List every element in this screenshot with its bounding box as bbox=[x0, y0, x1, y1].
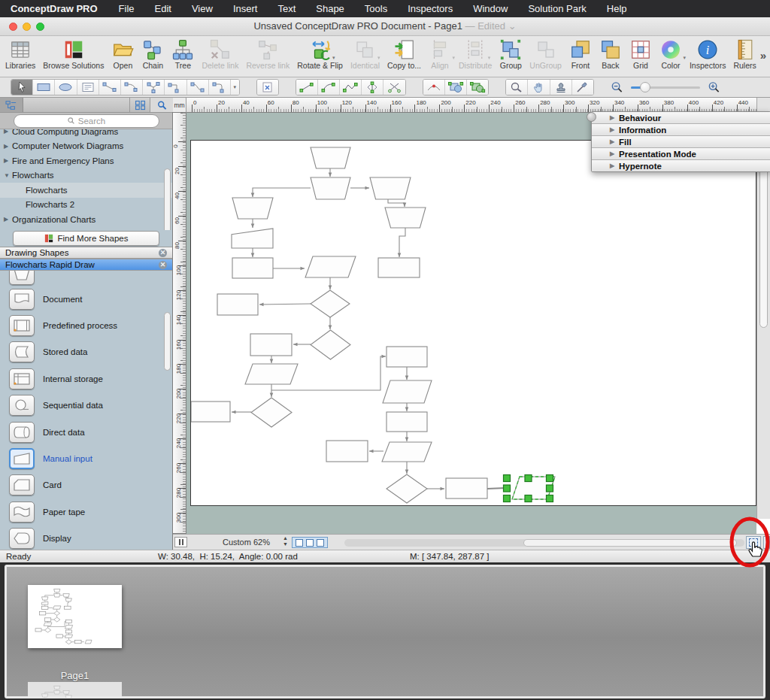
zoom-tool[interactable] bbox=[506, 80, 528, 95]
stored-data-glyph-icon[interactable] bbox=[9, 341, 35, 362]
popup-item-fill[interactable]: ▶Fill bbox=[592, 136, 770, 148]
library-item-flowcharts[interactable]: ▼Flowcharts bbox=[0, 168, 172, 183]
splitter-button[interactable] bbox=[174, 537, 187, 547]
drawing-canvas[interactable] bbox=[186, 113, 756, 534]
line-tool[interactable] bbox=[296, 80, 318, 95]
library-item-fire-and-emergency-plans[interactable]: ▶Fire and Emergency Plans bbox=[0, 153, 172, 168]
stamp-tool[interactable] bbox=[550, 80, 572, 95]
library-item-computer-network-diagrams[interactable]: ▶Computer Network Diagrams bbox=[0, 139, 172, 154]
rectangle-tool[interactable] bbox=[33, 80, 55, 95]
zoom-window-button[interactable] bbox=[36, 23, 44, 31]
shape-document[interactable]: Document bbox=[0, 286, 172, 312]
menu-shape[interactable]: Shape bbox=[316, 3, 344, 14]
shape-stored-data[interactable]: Stored data bbox=[0, 339, 172, 365]
tree-view-button[interactable] bbox=[0, 98, 23, 112]
popup-item-behaviour[interactable]: ▶Behaviour bbox=[592, 112, 770, 124]
chevron-right-icon[interactable]: ▶ bbox=[4, 143, 12, 150]
shape-list-scrollbar[interactable] bbox=[164, 312, 171, 371]
tree-connector-tool[interactable] bbox=[143, 80, 165, 95]
menu-tools[interactable]: Tools bbox=[365, 3, 387, 14]
predefined-process-glyph-icon[interactable] bbox=[9, 315, 35, 336]
back-button[interactable]: Back bbox=[596, 38, 626, 70]
menu-window[interactable]: Window bbox=[473, 3, 508, 14]
shape-paper-tape[interactable]: Paper tape bbox=[0, 498, 172, 525]
display-glyph-icon[interactable] bbox=[9, 528, 35, 549]
card-glyph-icon[interactable] bbox=[9, 474, 35, 495]
find-more-shapes-button[interactable]: Find More Shapes bbox=[13, 231, 159, 246]
menu-edit[interactable]: Edit bbox=[155, 3, 171, 14]
orthogonal-connector-tool[interactable] bbox=[165, 80, 186, 95]
library-item-flowcharts-2[interactable]: Flowcharts 2 bbox=[0, 198, 172, 213]
chevron-down-icon[interactable]: ▼ bbox=[4, 172, 12, 179]
internal-storage-glyph-icon[interactable] bbox=[9, 368, 35, 389]
search-input[interactable]: Search bbox=[14, 114, 159, 128]
edit-curve-tool[interactable] bbox=[423, 80, 445, 95]
menu-text[interactable]: Text bbox=[277, 3, 296, 14]
chevron-right-icon[interactable]: ▶ bbox=[4, 157, 12, 164]
menu-insert[interactable]: Insert bbox=[233, 3, 258, 14]
horizontal-scrollbar[interactable] bbox=[344, 539, 744, 547]
chevron-right-icon[interactable]: ▶ bbox=[4, 129, 12, 135]
zoom-stepper[interactable]: ▲▼ bbox=[283, 535, 288, 547]
horizontal-scroll-thumb[interactable] bbox=[523, 539, 737, 547]
menu-help[interactable]: Help bbox=[607, 3, 627, 14]
menu-solution-park[interactable]: Solution Park bbox=[528, 3, 586, 14]
rounded-connector-tool[interactable] bbox=[209, 80, 231, 95]
remove-connector-tool[interactable] bbox=[257, 80, 278, 95]
zoom-out-icon[interactable] bbox=[611, 81, 623, 94]
direct-connector-tool[interactable] bbox=[99, 80, 121, 95]
chain-button[interactable]: Chain bbox=[138, 38, 168, 70]
app-menu[interactable]: ConceptDraw PRO bbox=[11, 3, 98, 14]
close-section-icon[interactable]: ✕ bbox=[159, 261, 167, 269]
close-section-icon[interactable]: ✕ bbox=[159, 249, 167, 257]
popup-item-presentation-mode[interactable]: ▶Presentation Mode bbox=[592, 148, 770, 160]
shape-manual-input[interactable]: Manual input bbox=[0, 445, 172, 471]
inspectors-button[interactable]: iInspectors bbox=[686, 38, 729, 70]
popup-item-information[interactable]: ▶Information bbox=[592, 124, 770, 136]
eyedropper-tool[interactable] bbox=[572, 80, 593, 95]
open-button[interactable]: Open bbox=[108, 38, 138, 70]
direct-data-glyph-icon[interactable] bbox=[9, 422, 35, 443]
shape-partial[interactable] bbox=[0, 271, 172, 287]
manual-operation-glyph-icon[interactable] bbox=[9, 271, 35, 285]
curve-connector-tool[interactable] bbox=[187, 80, 209, 95]
group-button[interactable]: Group bbox=[496, 38, 526, 70]
browse-solutions-button[interactable]: Browse Solutions bbox=[39, 38, 108, 70]
pan-tool[interactable] bbox=[528, 80, 550, 95]
shape-internal-storage[interactable]: Internal storage bbox=[0, 365, 172, 392]
ellipse-tool[interactable] bbox=[55, 80, 77, 95]
search-view-button[interactable] bbox=[150, 98, 173, 112]
zoom-slider-thumb[interactable] bbox=[640, 82, 650, 92]
manual-input-glyph-icon[interactable] bbox=[9, 448, 35, 469]
grid-view-button[interactable] bbox=[129, 98, 150, 112]
section-flowcharts-rapid-draw[interactable]: Flowcharts Rapid Draw ✕ bbox=[0, 259, 172, 271]
front-button[interactable]: Front bbox=[565, 38, 596, 70]
arc-connector-tool[interactable] bbox=[121, 80, 143, 95]
zoom-in-icon[interactable] bbox=[708, 81, 720, 94]
rulers-button[interactable]: Rulers bbox=[729, 38, 759, 70]
libraries-button[interactable]: Libraries bbox=[2, 38, 39, 70]
fit-page-button[interactable] bbox=[746, 536, 761, 549]
split-tool[interactable] bbox=[362, 80, 383, 95]
grid-button[interactable]: Grid bbox=[626, 38, 656, 70]
library-item-flowcharts[interactable]: Flowcharts bbox=[0, 183, 172, 198]
shape-direct-data[interactable]: Direct data bbox=[0, 419, 172, 445]
popup-item-hypernote[interactable]: ▶Hypernote bbox=[592, 160, 770, 171]
shape-display[interactable]: Display bbox=[0, 526, 172, 550]
page-view-buttons[interactable] bbox=[292, 537, 328, 548]
menu-file[interactable]: File bbox=[119, 3, 135, 14]
toolbar-overflow-button[interactable]: » bbox=[760, 49, 766, 62]
shape-predefined-process[interactable]: Predefined process bbox=[0, 312, 172, 338]
sequential-data-glyph-icon[interactable] bbox=[9, 395, 35, 416]
copy-to-button[interactable]: Copy to... bbox=[383, 38, 425, 70]
close-window-button[interactable] bbox=[9, 23, 17, 31]
page-thumbnail[interactable] bbox=[28, 585, 122, 648]
combine-union-tool[interactable] bbox=[467, 80, 488, 95]
zoom-level[interactable]: Custom 62% bbox=[223, 538, 270, 547]
rotate-flip-button[interactable]: ▾Rotate & Flip bbox=[293, 38, 347, 70]
combine-subtract-tool[interactable] bbox=[445, 80, 467, 95]
library-list-scrollbar[interactable] bbox=[164, 168, 171, 230]
paper-tape-glyph-icon[interactable] bbox=[9, 502, 35, 523]
zoom-slider[interactable] bbox=[631, 86, 700, 89]
minimize-window-button[interactable] bbox=[23, 23, 31, 31]
